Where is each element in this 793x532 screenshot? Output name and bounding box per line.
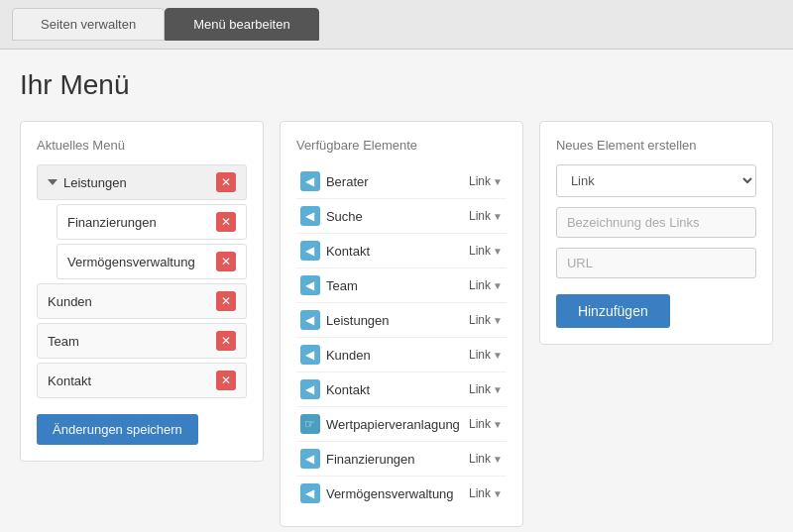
menu-item-vermoegensverwaltung: Vermögensverwaltung ✕ <box>57 244 247 279</box>
add-vermoegensverwaltung-button[interactable]: ◀ <box>300 483 320 503</box>
available-item-kunden: ◀ Kunden Link ▼ <box>296 338 507 372</box>
page-title: Ihr Menü <box>20 69 773 101</box>
add-kontakt-button[interactable]: ◀ <box>300 241 320 261</box>
link-dropdown-kontakt2[interactable]: Link ▼ <box>469 382 503 396</box>
available-item-berater: ◀ Berater Link ▼ <box>296 164 507 199</box>
available-item-suche: ◀ Suche Link ▼ <box>296 199 507 234</box>
save-changes-button[interactable]: Änderungen speichern <box>37 414 198 445</box>
chevron-icon: ▼ <box>493 211 503 222</box>
link-dropdown-leistungen[interactable]: Link ▼ <box>469 313 503 327</box>
name-input[interactable] <box>556 207 756 238</box>
menu-item-kunden: Kunden ✕ <box>37 283 247 319</box>
link-dropdown-wertpapier[interactable]: Link ▼ <box>469 417 503 431</box>
available-elements-panel: Verfügbare Elemente ◀ Berater Link ▼ ◀ S… <box>280 121 523 527</box>
chevron-icon: ▼ <box>493 246 503 257</box>
add-team-button[interactable]: ◀ <box>300 275 320 295</box>
available-item-name-suche: Suche <box>326 209 363 224</box>
available-item-kontakt2: ◀ Kontakt Link ▼ <box>296 372 507 407</box>
remove-leistungen-button[interactable]: ✕ <box>216 172 236 192</box>
remove-finanzierungen-button[interactable]: ✕ <box>216 212 236 232</box>
available-item-name-berater: Berater <box>326 174 369 189</box>
chevron-icon: ▼ <box>493 384 503 395</box>
menu-item-kontakt: Kontakt ✕ <box>37 363 247 398</box>
remove-kunden-button[interactable]: ✕ <box>216 291 236 311</box>
available-item-name-kunden: Kunden <box>326 348 371 363</box>
add-wertpapier-button[interactable]: ☞ <box>300 414 320 434</box>
remove-kontakt-button[interactable]: ✕ <box>216 371 236 390</box>
menu-item-label-finanzierungen: Finanzierungen <box>67 215 157 230</box>
chevron-icon: ▼ <box>493 315 503 326</box>
link-dropdown-kontakt[interactable]: Link ▼ <box>469 244 503 258</box>
add-kunden-button[interactable]: ◀ <box>300 345 320 365</box>
link-dropdown-suche[interactable]: Link ▼ <box>469 209 503 223</box>
page-content: Ihr Menü Aktuelles Menü Leistungen ✕ Fin… <box>0 50 793 532</box>
menu-item-label-team: Team <box>48 334 79 349</box>
menu-item-label-kunden: Kunden <box>48 294 92 309</box>
url-input[interactable] <box>556 248 756 278</box>
chevron-icon: ▼ <box>493 176 503 187</box>
link-dropdown-vermoegensverwaltung[interactable]: Link ▼ <box>469 486 503 500</box>
available-item-name-finanzierungen: Finanzierungen <box>326 452 415 467</box>
remove-vermoegensverwaltung-button[interactable]: ✕ <box>216 252 236 271</box>
arrow-down-icon <box>48 179 57 185</box>
type-form-group: Link <box>556 164 756 197</box>
columns-container: Aktuelles Menü Leistungen ✕ Finanzierung… <box>20 121 773 527</box>
chevron-icon: ▼ <box>493 488 503 499</box>
menu-item-label-leistungen: Leistungen <box>48 175 127 190</box>
available-item-name-kontakt2: Kontakt <box>326 382 370 397</box>
chevron-icon: ▼ <box>493 419 503 430</box>
tab-seiten-verwalten[interactable]: Seiten verwalten <box>12 8 165 41</box>
available-item-kontakt: ◀ Kontakt Link ▼ <box>296 234 507 268</box>
available-item-name-kontakt: Kontakt <box>326 244 370 259</box>
available-item-leistungen: ◀ Leistungen Link ▼ <box>296 303 507 338</box>
add-kontakt2-button[interactable]: ◀ <box>300 379 320 399</box>
remove-team-button[interactable]: ✕ <box>216 331 236 351</box>
chevron-icon: ▼ <box>493 350 503 361</box>
link-dropdown-kunden[interactable]: Link ▼ <box>469 348 503 362</box>
add-suche-button[interactable]: ◀ <box>300 206 320 226</box>
available-item-name-team: Team <box>326 278 358 293</box>
available-item-finanzierungen: ◀ Finanzierungen Link ▼ <box>296 442 507 477</box>
add-leistungen-button[interactable]: ◀ <box>300 310 320 330</box>
menu-item-leistungen: Leistungen ✕ <box>37 164 247 200</box>
url-form-group <box>556 248 756 278</box>
name-form-group <box>556 207 756 238</box>
available-elements-title: Verfügbare Elemente <box>296 138 507 153</box>
available-item-team: ◀ Team Link ▼ <box>296 268 507 303</box>
chevron-icon: ▼ <box>493 454 503 465</box>
chevron-icon: ▼ <box>493 280 503 291</box>
link-dropdown-team[interactable]: Link ▼ <box>469 278 503 292</box>
available-item-wertpapier: ☞ Wertpapierveranlagung Link ▼ <box>296 407 507 442</box>
current-menu-title: Aktuelles Menü <box>37 138 247 153</box>
menu-item-finanzierungen: Finanzierungen ✕ <box>57 204 247 240</box>
add-finanzierungen-button[interactable]: ◀ <box>300 449 320 469</box>
available-item-name-wertpapier: Wertpapierveranlagung <box>326 417 460 432</box>
tab-bar: Seiten verwalten Menü bearbeiten <box>0 0 793 50</box>
menu-item-label-vermoegensverwaltung: Vermögensverwaltung <box>67 255 195 269</box>
menu-item-team: Team ✕ <box>37 323 247 359</box>
available-item-name-vermoegensverwaltung: Vermögensverwaltung <box>326 486 454 501</box>
type-select[interactable]: Link <box>556 164 756 197</box>
add-berater-button[interactable]: ◀ <box>300 171 320 191</box>
available-item-name-leistungen: Leistungen <box>326 313 390 328</box>
menu-item-label-kontakt: Kontakt <box>48 373 91 388</box>
available-item-vermoegensverwaltung: ◀ Vermögensverwaltung Link ▼ <box>296 477 507 510</box>
tab-menu-bearbeiten[interactable]: Menü bearbeiten <box>165 8 319 41</box>
new-element-title: Neues Element erstellen <box>556 138 756 153</box>
current-menu-panel: Aktuelles Menü Leistungen ✕ Finanzierung… <box>20 121 264 462</box>
link-dropdown-finanzierungen[interactable]: Link ▼ <box>469 452 503 466</box>
link-dropdown-berater[interactable]: Link ▼ <box>469 174 503 188</box>
add-button[interactable]: Hinzufügen <box>556 294 670 328</box>
new-element-panel: Neues Element erstellen Link Hinzufügen <box>539 121 773 345</box>
